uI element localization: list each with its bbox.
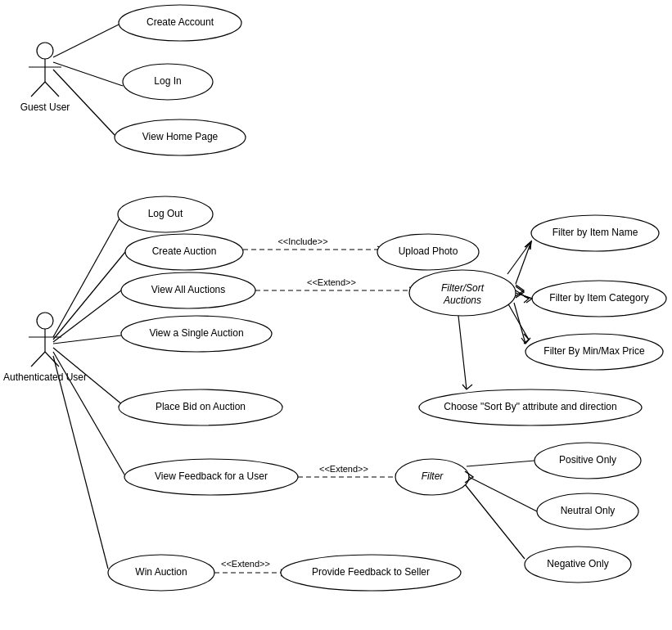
line-filter-negative	[465, 484, 525, 559]
line-auth-win-auction	[53, 356, 108, 569]
label-filter-cat: Filter by Item Category	[549, 292, 648, 304]
label-upload-photo: Upload Photo	[399, 245, 458, 257]
label-view-single: View a Single Auction	[149, 327, 243, 339]
line-auth-logout	[53, 217, 120, 337]
label-filter-sort-line1: Filter/Sort	[441, 282, 485, 294]
line-guest-create-account	[53, 25, 119, 57]
line-filter-neutral	[469, 477, 537, 511]
label-view-feedback: View Feedback for a User	[155, 470, 268, 482]
line-auth-view-single	[53, 335, 121, 344]
guest-actor-leg-right	[45, 82, 59, 97]
line-filter-minmax	[507, 303, 529, 340]
label-view-all: View All Auctions	[151, 284, 226, 295]
label-include-upload: <<Include>>	[277, 236, 327, 246]
auth-actor-head	[37, 313, 53, 329]
line-guest-login	[53, 62, 123, 86]
label-filter-price: Filter By Min/Max Price	[543, 345, 645, 357]
guest-actor-label: Guest User	[20, 101, 70, 113]
auth-actor-label: Authenticated User	[3, 371, 87, 383]
line-fs-sortby	[458, 316, 467, 389]
label-extend-win: <<Extend>>	[221, 559, 270, 569]
line-filter-positive	[467, 461, 534, 466]
label-create-auction: Create Auction	[152, 245, 217, 257]
label-filter-sort-line2: Auctions	[443, 295, 481, 306]
label-sort-by: Choose "Sort By" attribute and direction	[444, 401, 616, 412]
auth-actor-leg-left	[31, 352, 45, 367]
label-extend-filter: <<Extend>>	[307, 277, 356, 287]
label-log-out: Log Out	[148, 208, 183, 219]
auth-actor-leg-right	[45, 352, 59, 367]
label-win-auction: Win Auction	[135, 566, 187, 578]
label-place-bid: Place Bid on Auction	[156, 401, 246, 412]
label-provide-feedback: Provide Feedback to Seller	[312, 566, 430, 578]
guest-actor-leg-left	[31, 82, 45, 97]
label-extend-filter2: <<Extend>>	[319, 464, 368, 474]
label-view-home: View Home Page	[142, 131, 219, 142]
uml-diagram: Guest User Authenticated User Upload Pho…	[0, 0, 672, 630]
label-create-account: Create Account	[147, 16, 214, 28]
label-log-in: Log In	[154, 75, 181, 87]
guest-actor-head	[37, 43, 53, 59]
label-filter-name: Filter by Item Name	[552, 227, 638, 238]
line-fs-name	[516, 241, 531, 284]
label-neutral: Neutral Only	[561, 505, 616, 516]
line-fs-price	[514, 303, 525, 344]
label-negative: Negative Only	[547, 558, 608, 569]
label-filter: Filter	[422, 470, 444, 482]
line-auth-view-feedback	[53, 352, 124, 475]
label-positive: Positive Only	[559, 454, 616, 466]
line-filter-name	[507, 241, 531, 274]
arrow-fs-sortby	[462, 385, 472, 389]
arrow-fs-price	[521, 338, 530, 344]
